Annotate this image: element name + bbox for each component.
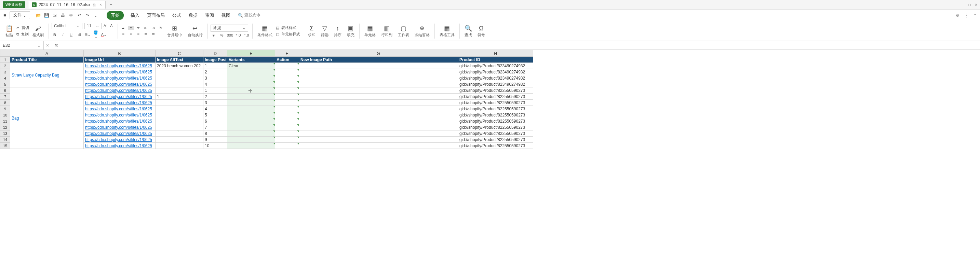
number-format-combo[interactable]: 常规⌄ bbox=[210, 25, 248, 32]
row-header[interactable]: 14 bbox=[0, 137, 10, 143]
cell-newpath[interactable] bbox=[299, 143, 458, 149]
font-color-icon[interactable]: A⌄ bbox=[101, 32, 107, 37]
header-cell[interactable]: Image AltText bbox=[156, 57, 204, 63]
cell-action[interactable] bbox=[275, 112, 299, 118]
cell-action[interactable] bbox=[275, 124, 299, 130]
strike-icon[interactable]: 田 bbox=[76, 32, 83, 37]
sort-group[interactable]: ↕排序 bbox=[332, 24, 344, 38]
row-header[interactable]: 8 bbox=[0, 100, 10, 106]
align-left-icon[interactable]: ≡ bbox=[121, 32, 126, 36]
cell-alt[interactable] bbox=[156, 75, 204, 81]
cell-pid[interactable]: gid://shopify/Product/823490274932 bbox=[458, 63, 533, 69]
cell-variant[interactable] bbox=[228, 106, 275, 112]
cell-pid[interactable]: gid://shopify/Product/822550590273 bbox=[458, 100, 533, 106]
cell-alt[interactable] bbox=[156, 143, 204, 149]
cell-newpath[interactable] bbox=[299, 87, 458, 93]
tab-insert[interactable]: 插入 bbox=[130, 11, 140, 20]
sum-group[interactable]: Σ求和 bbox=[306, 24, 318, 38]
cell-alt[interactable] bbox=[156, 137, 204, 143]
cond-format-group[interactable]: ▦ 条件格式 bbox=[255, 24, 274, 38]
cell-url[interactable]: https://cdn.shopify.com/s/files/1/0625 bbox=[84, 106, 156, 112]
font-family-combo[interactable]: Calibri⌄ bbox=[52, 23, 83, 29]
orientation-icon[interactable]: ↻ bbox=[158, 26, 164, 30]
cell-pos[interactable]: 2 bbox=[204, 93, 228, 100]
col-header-B[interactable]: B bbox=[84, 50, 156, 57]
select-all-corner[interactable] bbox=[0, 50, 10, 57]
cell-alt[interactable] bbox=[156, 118, 204, 124]
cell-url[interactable]: https://cdn.shopify.com/s/files/1/0625 bbox=[84, 75, 156, 81]
cell-newpath[interactable] bbox=[299, 118, 458, 124]
thousand-icon[interactable]: 000 bbox=[227, 33, 233, 37]
cell-pos[interactable]: 4 bbox=[204, 81, 228, 87]
open-icon[interactable]: 📂 bbox=[35, 13, 41, 18]
undo-icon[interactable]: ↶ bbox=[76, 13, 82, 18]
decimal-increase-icon[interactable]: ⁺.0 bbox=[235, 33, 241, 38]
cell-action[interactable] bbox=[275, 100, 299, 106]
row-header[interactable]: 13 bbox=[0, 130, 10, 137]
cell-alt[interactable]: 1 bbox=[156, 93, 204, 100]
cell-url[interactable]: https://cdn.shopify.com/s/files/1/0625 bbox=[84, 63, 156, 69]
redo-icon[interactable]: ↷ bbox=[85, 13, 90, 18]
fx-icon[interactable]: fx bbox=[51, 43, 61, 48]
cell-variant[interactable]: Clear bbox=[228, 63, 275, 69]
cells-group[interactable]: ▦单元格 bbox=[362, 24, 378, 38]
header-cell[interactable]: Variants bbox=[228, 57, 275, 63]
cell-alt[interactable] bbox=[156, 130, 204, 137]
indent-dec-icon[interactable]: ⇤ bbox=[143, 26, 149, 30]
tab-view[interactable]: 视图 bbox=[221, 11, 231, 20]
cell-variant[interactable] bbox=[228, 75, 275, 81]
cell-action[interactable] bbox=[275, 75, 299, 81]
row-header[interactable]: 4 bbox=[0, 75, 10, 81]
cell-pid[interactable]: gid://shopify/Product/822550590273 bbox=[458, 130, 533, 137]
cell-product-title[interactable]: Straw Large Capacity Bag bbox=[10, 63, 84, 87]
merge-group[interactable]: ⊞ 合并居中 bbox=[165, 24, 184, 38]
cell-variant[interactable] bbox=[228, 143, 275, 149]
row-header[interactable]: 11 bbox=[0, 118, 10, 124]
cell-newpath[interactable] bbox=[299, 124, 458, 130]
increase-font-icon[interactable]: A⁺ bbox=[103, 24, 108, 28]
format-painter-group[interactable]: 🖌 格式刷 bbox=[30, 24, 46, 38]
cell-pid[interactable]: gid://shopify/Product/822550590273 bbox=[458, 137, 533, 143]
cell-newpath[interactable] bbox=[299, 130, 458, 137]
indent-inc-icon[interactable]: ⇥ bbox=[151, 26, 156, 30]
cell-url[interactable]: https://cdn.shopify.com/s/files/1/0625 bbox=[84, 143, 156, 149]
row-header[interactable]: 6 bbox=[0, 87, 10, 93]
cell-newpath[interactable] bbox=[299, 75, 458, 81]
paste-group[interactable]: 📋 粘贴 bbox=[3, 24, 15, 38]
cell-alt[interactable] bbox=[156, 81, 204, 87]
maximize-button[interactable]: □ bbox=[968, 2, 971, 7]
cell-pid[interactable]: gid://shopify/Product/823490274932 bbox=[458, 69, 533, 75]
underline-icon[interactable]: U bbox=[68, 33, 74, 37]
cell-newpath[interactable] bbox=[299, 112, 458, 118]
align-bottom-icon[interactable]: ⏷ bbox=[136, 26, 141, 30]
collapse-ribbon-icon[interactable]: ⌃ bbox=[973, 13, 977, 18]
cell-pid[interactable]: gid://shopify/Product/822550590273 bbox=[458, 112, 533, 118]
row-header[interactable]: 9 bbox=[0, 106, 10, 112]
border-icon[interactable]: ⊞⌄ bbox=[84, 32, 91, 37]
col-header-D[interactable]: D bbox=[204, 50, 228, 57]
cancel-formula-icon[interactable]: ✕ bbox=[44, 43, 51, 48]
cell-url[interactable]: https://cdn.shopify.com/s/files/1/0625 bbox=[84, 81, 156, 87]
row-header[interactable]: 10 bbox=[0, 112, 10, 118]
row-header[interactable]: 7 bbox=[0, 93, 10, 100]
cell-pos[interactable]: 2 bbox=[204, 69, 228, 75]
cell-alt[interactable] bbox=[156, 112, 204, 118]
cell-pos[interactable]: 10 bbox=[204, 143, 228, 149]
close-window-button[interactable]: × bbox=[975, 2, 977, 7]
cell-alt[interactable] bbox=[156, 106, 204, 112]
cell-action[interactable] bbox=[275, 106, 299, 112]
fill-color-icon[interactable]: 🪣⌄ bbox=[92, 30, 99, 39]
print-icon[interactable]: 🖶 bbox=[60, 13, 66, 18]
tools-group[interactable]: ▦表格工具 bbox=[438, 24, 457, 38]
cell-action[interactable] bbox=[275, 69, 299, 75]
row-header[interactable]: 3 bbox=[0, 69, 10, 75]
cell-pos[interactable]: 7 bbox=[204, 124, 228, 130]
cell-variant[interactable] bbox=[228, 87, 275, 93]
export-icon[interactable]: ⇲ bbox=[52, 13, 57, 18]
cell-pid[interactable]: gid://shopify/Product/822550590273 bbox=[458, 93, 533, 100]
tab-data[interactable]: 数据 bbox=[188, 11, 198, 20]
percent-icon[interactable]: % bbox=[219, 33, 225, 37]
sheet-group[interactable]: ▢工作表 bbox=[396, 24, 411, 38]
new-tab-button[interactable]: + bbox=[107, 1, 115, 8]
col-header-F[interactable]: F bbox=[275, 50, 299, 57]
